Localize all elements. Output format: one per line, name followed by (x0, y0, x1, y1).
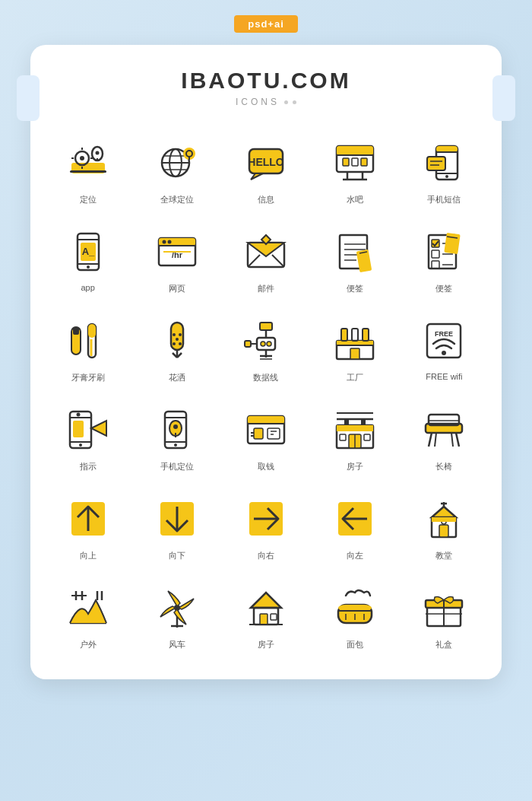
icon-label-changyi: 长椅 (435, 461, 452, 472)
svg-rect-131 (337, 425, 373, 431)
icon-xinxi: HELLO 信息 (223, 130, 308, 211)
svg-text:HELLO: HELLO (248, 156, 284, 168)
site-subtitle: ICONS (236, 97, 296, 107)
svg-marker-112 (91, 421, 106, 436)
svg-point-84 (176, 338, 179, 341)
icon-label-lihe: 礼盒 (435, 639, 452, 650)
svg-rect-25 (343, 158, 349, 166)
icon-label-shujuxian: 数据线 (253, 372, 278, 383)
svg-rect-155 (439, 525, 448, 537)
svg-rect-10 (70, 170, 106, 173)
icon-lihe: 礼盒 (402, 575, 486, 656)
icon-wangye: /hr 网页 (135, 219, 219, 300)
icon-qujian: 取钱 (223, 397, 308, 478)
svg-point-119 (173, 424, 178, 429)
site-title: IBAOTU.COM (181, 68, 350, 94)
svg-point-86 (179, 342, 182, 345)
svg-rect-67 (432, 250, 439, 258)
icon-wifi: FREE FREE wifi (402, 308, 486, 389)
svg-point-91 (267, 342, 271, 346)
svg-line-142 (456, 433, 459, 447)
icon-label-quanqiu: 全球定位 (160, 194, 194, 205)
top-badge: psd+ai (234, 15, 298, 33)
svg-line-141 (429, 433, 432, 447)
svg-rect-138 (340, 434, 346, 440)
icon-label-huwai: 户外 (80, 639, 97, 650)
svg-point-105 (442, 351, 446, 355)
icon-shuiba: 水吧 (313, 130, 397, 211)
icon-label-huasha: 花洒 (169, 372, 185, 383)
svg-rect-74 (73, 327, 79, 335)
svg-marker-152 (432, 507, 456, 517)
svg-rect-124 (254, 428, 263, 439)
icon-youjian: 邮件 (223, 219, 308, 300)
main-card: IBAOTU.COM ICONS (30, 45, 502, 679)
icon-label-fangzi1: 房子 (347, 461, 363, 472)
svg-rect-103 (350, 348, 359, 359)
icon-label-dingwei: 定位 (80, 194, 97, 205)
icon-label-shouji-dingwei: 手机定位 (160, 461, 194, 472)
svg-rect-76 (88, 324, 96, 338)
svg-point-82 (173, 333, 176, 336)
icon-huwai: 户外 (46, 575, 130, 656)
icon-yagao: 牙膏牙刷 (46, 308, 130, 389)
icon-jiaotang: 教堂 (402, 486, 486, 567)
svg-rect-87 (260, 323, 272, 330)
icon-label-wangye: 网页 (169, 283, 185, 294)
svg-rect-99 (341, 329, 347, 341)
svg-text:FREE: FREE (435, 330, 453, 338)
svg-rect-157 (432, 517, 456, 522)
svg-rect-26 (352, 158, 358, 166)
svg-rect-89 (257, 338, 275, 350)
icon-shujuxian: 数据线 (223, 308, 308, 389)
svg-point-48 (162, 240, 166, 244)
svg-marker-167 (251, 593, 281, 608)
icon-xiangxia: 向下 (135, 486, 219, 567)
svg-point-6 (80, 156, 84, 161)
svg-rect-173 (338, 605, 372, 611)
svg-rect-111 (73, 421, 84, 437)
svg-rect-96 (245, 341, 251, 347)
icon-fengche: 风车 (135, 575, 219, 656)
svg-rect-36 (427, 157, 445, 170)
svg-point-8 (95, 151, 99, 155)
icon-mianbao: 面包 (313, 575, 397, 656)
svg-point-49 (167, 240, 171, 244)
icon-zhishi: 指示 (46, 397, 130, 478)
icon-label-xinxi: 信息 (258, 194, 274, 205)
icon-fangzi1: 房子 (313, 397, 397, 478)
svg-line-143 (435, 433, 436, 447)
icon-label-fengche: 风车 (169, 639, 185, 650)
svg-point-113 (76, 413, 80, 417)
icon-label-gongchang: 工厂 (347, 372, 363, 383)
svg-point-42 (87, 265, 90, 269)
svg-rect-127 (268, 428, 280, 439)
icon-dingwei: 定位 (46, 130, 130, 211)
icon-label-qujian: 取钱 (258, 461, 274, 472)
icon-label-mianbao: 面包 (347, 639, 363, 650)
svg-rect-71 (445, 233, 461, 254)
icon-label-app: app (81, 283, 94, 292)
svg-rect-101 (363, 329, 369, 341)
icon-shouji-dingwei: 手机定位 (135, 397, 219, 478)
svg-point-85 (173, 342, 176, 345)
svg-rect-69 (432, 261, 439, 269)
svg-line-55 (272, 255, 284, 267)
svg-line-54 (248, 255, 260, 267)
icon-fangzi2: 房子 (223, 575, 308, 656)
icon-quanqiu: 全球定位 (135, 130, 219, 211)
icon-label-xiangshang: 向上 (80, 550, 97, 561)
icon-label-shuiba: 水吧 (347, 194, 363, 205)
icon-label-youjian: 邮件 (258, 283, 274, 294)
svg-point-90 (261, 342, 265, 346)
icon-label-duanxin: 手机短信 (427, 194, 461, 205)
icon-huasha: 花洒 (135, 308, 219, 389)
svg-rect-169 (260, 614, 268, 625)
icon-xiangyou: 向右 (223, 486, 308, 567)
svg-point-110 (79, 443, 82, 447)
svg-point-83 (179, 333, 182, 336)
svg-rect-78 (171, 323, 183, 350)
svg-rect-100 (352, 329, 358, 341)
icon-label-zhishi: 指示 (80, 461, 97, 472)
svg-rect-32 (436, 146, 458, 152)
